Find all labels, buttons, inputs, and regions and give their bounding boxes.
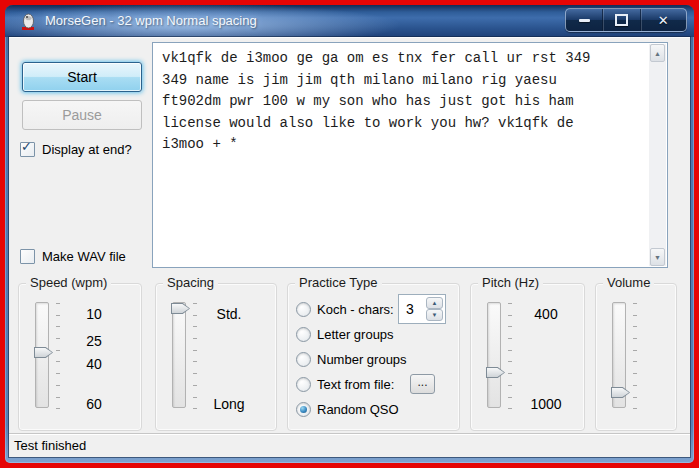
- radio-number-circle[interactable]: [296, 352, 311, 367]
- radio-number-groups[interactable]: Number groups: [296, 351, 407, 367]
- pitch-scale-1000: 1000: [515, 395, 577, 413]
- spinner-down-icon: ▼: [432, 312, 438, 318]
- speed-group: Speed (wpm) 10 25 40 60: [18, 283, 142, 431]
- scroll-down-button[interactable]: ▼: [650, 248, 665, 266]
- spinner-up-button[interactable]: ▲: [426, 297, 443, 309]
- make-wav-label: Make WAV file: [42, 249, 126, 264]
- browse-file-button[interactable]: ...: [410, 374, 435, 394]
- maximize-icon: [615, 14, 628, 26]
- pitch-scale-400: 400: [515, 305, 577, 323]
- spinner-down-button[interactable]: ▼: [426, 309, 443, 321]
- close-button[interactable]: ✕: [640, 9, 686, 31]
- radio-number-label: Number groups: [317, 352, 407, 367]
- screenshot-border: MorseGen - 32 wpm Normal spacing ✕ Start…: [0, 0, 699, 468]
- client-area: Start Pause ✓ Display at end? Make WAV f…: [9, 37, 690, 457]
- radio-koch-chars[interactable]: Koch - chars:: [296, 301, 394, 317]
- maximize-button[interactable]: [602, 9, 639, 31]
- spacing-group-label: Spacing: [163, 275, 218, 290]
- checkmark-icon: ✓: [21, 141, 32, 154]
- practice-type-group-label: Practice Type: [295, 275, 382, 290]
- practice-type-group: Practice Type Koch - chars: 3 ▲ ▼: [287, 283, 460, 431]
- scroll-up-icon: ▲: [654, 50, 661, 57]
- pitch-group-label: Pitch (Hz): [478, 275, 543, 290]
- spinner-up-icon: ▲: [432, 300, 438, 306]
- display-at-end-checkbox[interactable]: ✓ Display at end?: [20, 141, 150, 157]
- speed-slider-thumb[interactable]: [34, 347, 53, 358]
- spacing-slider[interactable]: [172, 302, 186, 408]
- radio-random-qso-label: Random QSO: [317, 402, 399, 417]
- radio-koch-label: Koch - chars:: [317, 302, 394, 317]
- vertical-scrollbar[interactable]: ▲ ▼: [649, 44, 666, 266]
- volume-slider-thumb[interactable]: [611, 387, 630, 398]
- morsegen-window: MorseGen - 32 wpm Normal spacing ✕ Start…: [5, 5, 694, 463]
- spacing-scale-long: Long: [194, 395, 264, 413]
- pitch-slider-thumb[interactable]: [486, 367, 505, 378]
- speed-slider[interactable]: [35, 302, 49, 408]
- radio-file-label: Text from file:: [317, 377, 394, 392]
- app-icon: [20, 12, 37, 31]
- status-bar: Test finished: [9, 433, 690, 457]
- speed-scale-40: 40: [63, 355, 125, 373]
- speed-group-label: Speed (wpm): [26, 275, 111, 290]
- speed-scale-60: 60: [63, 395, 125, 413]
- koch-chars-spinner[interactable]: 3 ▲ ▼: [398, 294, 446, 324]
- make-wav-checkbox[interactable]: Make WAV file: [20, 248, 126, 264]
- scroll-up-button[interactable]: ▲: [650, 44, 665, 62]
- pitch-slider-ticks: [508, 303, 512, 409]
- qso-text-area[interactable]: vk1qfk de i3moo ge ga om es tnx fer call…: [152, 42, 668, 268]
- radio-koch-circle[interactable]: [296, 302, 311, 317]
- radio-file-circle[interactable]: [296, 377, 311, 392]
- start-button[interactable]: Start: [22, 62, 142, 92]
- status-text: Test finished: [14, 438, 86, 453]
- radio-random-qso-circle[interactable]: [296, 402, 311, 417]
- volume-slider-ticks: [633, 303, 637, 409]
- minimize-button[interactable]: [566, 9, 602, 31]
- radio-letter-circle[interactable]: [296, 327, 311, 342]
- minimize-icon: [579, 19, 590, 22]
- display-at-end-checkbox-box[interactable]: ✓: [20, 142, 35, 157]
- close-icon: ✕: [658, 14, 669, 27]
- spacing-group: Spacing Std. Long: [155, 283, 277, 431]
- pause-button[interactable]: Pause: [22, 100, 142, 130]
- radio-text-from-file[interactable]: Text from file:: [296, 376, 394, 392]
- window-title: MorseGen - 32 wpm Normal spacing: [45, 13, 257, 28]
- speed-scale-25: 25: [63, 332, 125, 350]
- speed-scale-10: 10: [63, 305, 125, 323]
- qso-text: vk1qfk de i3moo ge ga om es tnx fer call…: [153, 43, 650, 267]
- display-at-end-label: Display at end?: [42, 142, 132, 157]
- pitch-group: Pitch (Hz) 400 1000: [470, 283, 585, 431]
- radio-letter-label: Letter groups: [317, 327, 394, 342]
- scroll-down-icon: ▼: [654, 254, 661, 261]
- radio-letter-groups[interactable]: Letter groups: [296, 326, 394, 342]
- spacing-slider-thumb[interactable]: [171, 303, 190, 314]
- volume-group-label: Volume: [603, 275, 654, 290]
- title-bar[interactable]: MorseGen - 32 wpm Normal spacing ✕: [5, 5, 694, 37]
- spacing-scale-std: Std.: [194, 305, 264, 323]
- caption-button-group: ✕: [565, 8, 687, 32]
- radio-random-qso[interactable]: Random QSO: [296, 401, 399, 417]
- speed-slider-ticks: [56, 303, 60, 409]
- koch-chars-value[interactable]: 3: [406, 301, 414, 317]
- volume-slider[interactable]: [612, 302, 626, 408]
- volume-group: Volume: [595, 283, 677, 431]
- make-wav-checkbox-box[interactable]: [20, 249, 35, 264]
- pitch-slider[interactable]: [487, 302, 501, 408]
